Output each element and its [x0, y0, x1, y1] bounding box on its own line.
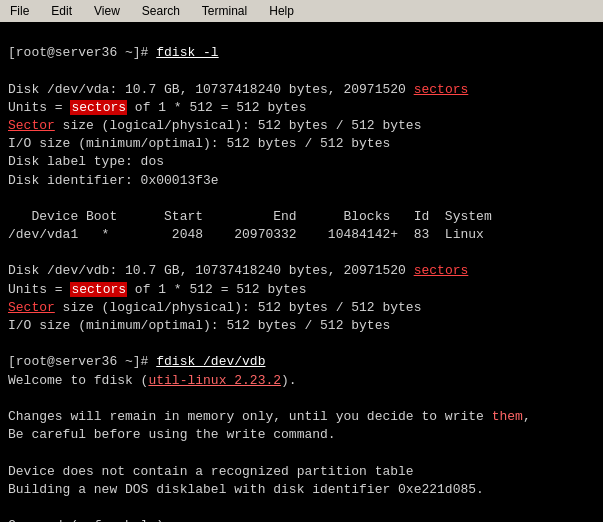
- menu-file[interactable]: File: [4, 2, 35, 20]
- disk-vda-info: Disk /dev/vda: 10.7 GB, 10737418240 byte…: [8, 82, 468, 188]
- menu-edit[interactable]: Edit: [45, 2, 78, 20]
- partition-row-vda1: /dev/vda1 * 2048 20970332 10484142+ 83 L…: [8, 227, 484, 242]
- partition-table-header: Device Boot Start End Blocks Id System: [8, 209, 492, 224]
- terminal[interactable]: [root@server36 ~]# fdisk -l Disk /dev/vd…: [0, 22, 603, 522]
- fdisk-device-warning: Device does not contain a recognized par…: [8, 464, 484, 497]
- fdisk-command-prompt: Command (m for help): n Partition type: …: [8, 518, 367, 522]
- menu-search[interactable]: Search: [136, 2, 186, 20]
- menu-view[interactable]: View: [88, 2, 126, 20]
- prompt-line-2: [root@server36 ~]# fdisk /dev/vdb: [8, 354, 265, 369]
- prompt-line-1: [root@server36 ~]# fdisk -l: [8, 45, 219, 60]
- fdisk-welcome: Welcome to fdisk (util-linux 2.23.2).: [8, 373, 297, 388]
- menu-help[interactable]: Help: [263, 2, 300, 20]
- fdisk-changes-warning: Changes will remain in memory only, unti…: [8, 409, 531, 442]
- disk-vdb-info: Disk /dev/vdb: 10.7 GB, 10737418240 byte…: [8, 263, 468, 333]
- menubar: File Edit View Search Terminal Help: [0, 0, 603, 22]
- menu-terminal[interactable]: Terminal: [196, 2, 253, 20]
